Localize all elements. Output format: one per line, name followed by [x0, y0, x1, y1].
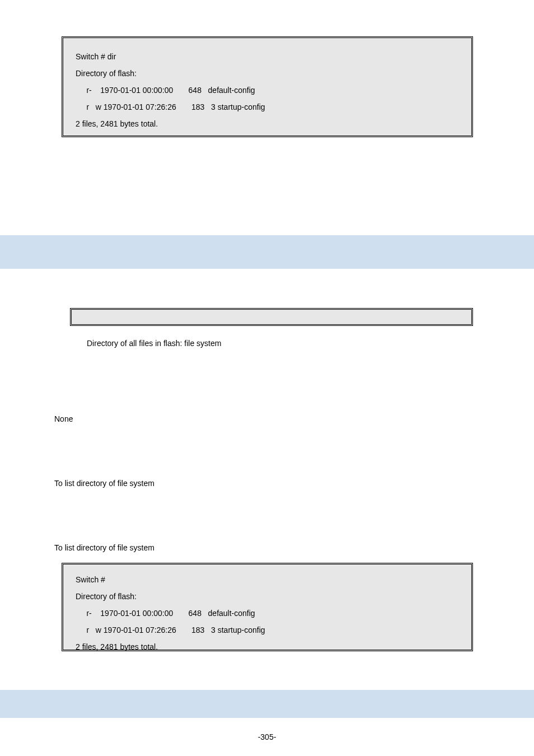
page-number: -305- — [0, 732, 534, 741]
none-label: None — [54, 414, 73, 423]
terminal-line: 2 files, 2481 bytes total. — [76, 115, 459, 132]
terminal-output-2: Switch # Directory of flash: r- 1970-01-… — [62, 563, 473, 651]
section-divider — [0, 235, 534, 269]
terminal-line: r- 1970-01-01 00:00:00 648 default-confi… — [76, 605, 459, 622]
description-text: Directory of all files in flash: file sy… — [87, 339, 221, 348]
terminal-line: Directory of flash: — [76, 588, 459, 605]
terminal-line: Switch # dir — [76, 48, 459, 65]
terminal-line: Directory of flash: — [76, 65, 459, 82]
terminal-line: r- 1970-01-01 00:00:00 648 default-confi… — [76, 82, 459, 99]
empty-code-box — [70, 308, 473, 326]
terminal-output-1: Switch # dir Directory of flash: r- 1970… — [62, 36, 473, 137]
usage-text-1: To list directory of file system — [54, 479, 154, 488]
terminal-line: r w 1970-01-01 07:26:26 183 3 startup-co… — [76, 622, 459, 638]
section-divider — [0, 690, 534, 718]
terminal-line: r w 1970-01-01 07:26:26 183 3 startup-co… — [76, 99, 459, 115]
terminal-line: 2 files, 2481 bytes total. — [76, 638, 459, 655]
usage-text-2: To list directory of file system — [54, 543, 154, 552]
terminal-line: Switch # — [76, 571, 459, 588]
page: Switch # dir Directory of flash: r- 1970… — [0, 0, 534, 756]
